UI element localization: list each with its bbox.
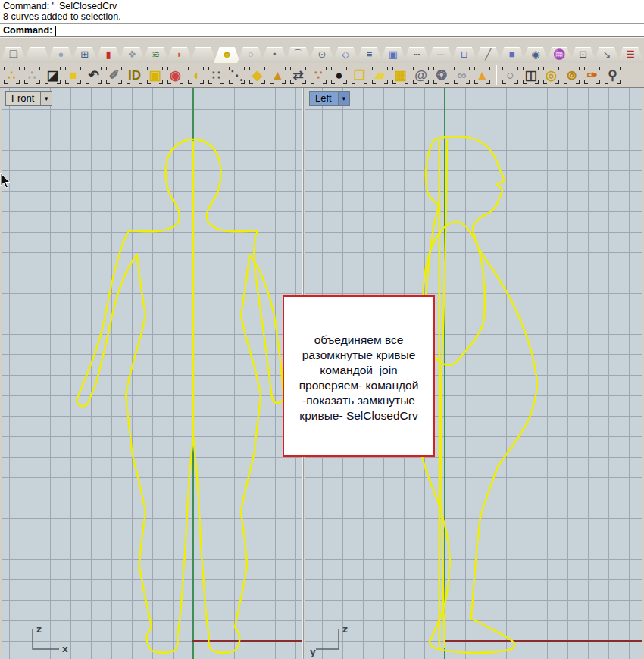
chevron-down-icon[interactable]: ▾ — [40, 92, 52, 105]
select-solids-icon[interactable]: ■ — [63, 64, 83, 86]
select-tool-glyph: ↶ — [88, 69, 98, 82]
match-brush-icon[interactable]: ✑ — [582, 64, 602, 86]
body-front-outline-curve[interactable] — [77, 139, 283, 653]
toolbar-tab-row: ❏ ● ⊞ ▮ ❖ ≋ ◗ — [0, 45, 644, 63]
select-tool-glyph: ▰ — [375, 69, 385, 82]
select-tool-glyph: ∷ — [212, 69, 220, 82]
select-wedges-icon[interactable]: ◖ — [186, 64, 206, 86]
axis-label-z: z — [342, 624, 348, 635]
axis-label-x: x — [62, 644, 68, 654]
select-open-curves-icon[interactable]: @ — [411, 64, 431, 86]
toolbar-tab-icon: ⊞ — [71, 48, 98, 61]
invert-selection-icon[interactable]: ◪ — [42, 64, 63, 86]
undo-selection-icon[interactable]: ↶ — [83, 64, 104, 86]
lights-tab[interactable]: ○ — [237, 47, 264, 63]
select-tool-glyph: ◎ — [546, 69, 557, 82]
toolbar-divider — [496, 65, 497, 85]
select-volume-icon[interactable]: ⊚ — [561, 64, 582, 86]
select-polysurfaces-icon[interactable]: ◆ — [247, 64, 267, 86]
chevron-down-icon[interactable]: ▾ — [338, 92, 349, 105]
axis-label-z: z — [36, 624, 42, 635]
contour-tab[interactable]: ♒ — [546, 47, 573, 63]
select-color-dots-icon[interactable]: ∵ — [308, 64, 329, 86]
toolbar-tab-shape — [190, 47, 217, 63]
layers-tab[interactable]: ☰ — [617, 47, 644, 63]
select-tool-glyph: ⇄ — [292, 69, 303, 82]
solid-box-tab[interactable]: ■ — [499, 47, 525, 63]
toolbar-tab-icon: ╱ — [475, 48, 502, 61]
ellipse-tab[interactable]: ⊙ — [308, 47, 335, 63]
select-crossing-icon[interactable]: ⇄ — [288, 64, 308, 86]
boolean-tab[interactable]: ◉ — [522, 47, 549, 63]
select-pyramids-icon[interactable]: ▲ — [472, 64, 492, 86]
select-tool-glyph: ◉ — [170, 69, 181, 82]
command-history: Command: '_SelClosedCrv 8 curves added t… — [0, 0, 644, 24]
command-prompt[interactable]: Command: — [0, 24, 644, 37]
toolbar-tab-icon: ◗ — [166, 48, 192, 61]
blank-tab-2[interactable] — [190, 47, 217, 63]
select-by-id-icon[interactable]: ID — [124, 64, 145, 86]
pan-tab[interactable]: ❖ — [119, 47, 145, 63]
toolbar-tab-icon: ● — [48, 48, 74, 61]
hatch-tab[interactable]: ≋ — [142, 47, 169, 63]
command-history-line: Command: '_SelClosedCrv — [3, 1, 641, 11]
select-spheres-icon[interactable]: ● — [329, 64, 349, 86]
viewport-front[interactable]: z x Front ▾ — [0, 88, 302, 659]
annotation-note: объединяем все разомкнутые кривые команд… — [283, 295, 435, 457]
select-planar-icon[interactable]: ▰ — [370, 64, 390, 86]
viewport-title-text: Front — [6, 92, 40, 105]
select-tool-glyph: ▣ — [148, 69, 161, 82]
polyline-tab[interactable]: ╱ — [475, 47, 502, 63]
body-side-centerline-curves[interactable] — [439, 140, 447, 648]
annotation-text-line: командой join — [284, 363, 433, 378]
analyze-tab[interactable]: ▮ — [95, 47, 121, 63]
leader-tab[interactable]: ↘ — [593, 47, 620, 63]
select-by-color-icon[interactable]: ◉ — [165, 64, 186, 86]
select-last-icon[interactable]: ◎ — [541, 64, 561, 86]
point-edit-tab[interactable]: ┄ — [404, 47, 430, 63]
select-meshes-icon[interactable]: ▦ — [390, 64, 411, 86]
deselect-points-icon[interactable]: ∴ — [22, 64, 42, 86]
command-history-line: 8 curves added to selection. — [3, 11, 641, 22]
wedge-tab[interactable]: ◗ — [166, 47, 192, 63]
toolbar-spacer — [0, 37, 644, 45]
select-duplicates-icon[interactable]: ▣ — [145, 64, 165, 86]
selection-toolbar: ∴ ∴ ◪ ■ ↶ ✐ ID — [0, 63, 644, 88]
select-dense-points-icon[interactable]: ⋱ — [227, 64, 247, 86]
transform-box-tab[interactable]: ▣ — [380, 47, 406, 63]
select-sphere-wire-icon[interactable]: ○ — [500, 64, 521, 86]
select-tool-glyph: ○ — [506, 69, 514, 82]
drape-tab[interactable]: ◇ — [333, 47, 359, 63]
new-file-tab[interactable]: ❏ — [0, 47, 27, 63]
viewport-layout-tab[interactable]: ⊞ — [71, 47, 98, 63]
curve-tab[interactable]: ⌒ — [285, 47, 311, 63]
zoom-selected-icon[interactable]: ⚲ — [602, 64, 623, 86]
select-open-surfaces-icon[interactable]: ❒ — [349, 64, 370, 86]
select-point-clouds-icon[interactable]: ∷ — [206, 64, 227, 86]
select-cones-icon[interactable]: ▲ — [267, 64, 288, 86]
viewport-title-front[interactable]: Front ▾ — [5, 91, 52, 106]
select-curve-points-icon[interactable]: ❂ — [431, 64, 452, 86]
select-chains-icon[interactable]: ∞ — [452, 64, 472, 86]
viewport-title-left[interactable]: Left ▾ — [309, 91, 350, 106]
stack-tab[interactable]: ≡ — [356, 47, 383, 63]
layout-tab[interactable]: ⊡ — [570, 47, 596, 63]
annotation-text-line: -показать замкнутые — [284, 393, 433, 408]
selection-toolbar-group-extra: ○ ◫ ◎ ⊚ ✑ ⚲ — [500, 64, 623, 86]
line-tab[interactable]: ─ — [427, 47, 454, 63]
axis-indicator-front: z x — [23, 622, 76, 658]
body-front-curves[interactable] — [2, 88, 302, 659]
toolbar-tab-icon: ⌒ — [285, 48, 311, 61]
select-box-wire-icon[interactable]: ◫ — [521, 64, 541, 86]
select-points-icon[interactable]: ∴ — [2, 64, 22, 86]
cylinder-tab[interactable]: ⊔ — [451, 47, 477, 63]
select-by-pick-icon[interactable]: ✐ — [104, 64, 124, 86]
select-tool-glyph: ◖ — [192, 69, 199, 82]
render-tab[interactable]: ● — [48, 47, 74, 63]
toolbar-tab-icon: ▣ — [380, 48, 406, 61]
select-tool-glyph: ∞ — [457, 69, 466, 82]
point-tab[interactable]: • — [261, 47, 288, 63]
blank-tab[interactable] — [23, 47, 50, 63]
select-tab[interactable]: ☻ — [214, 47, 240, 63]
toolbar-tab-icon: ○ — [237, 48, 264, 61]
